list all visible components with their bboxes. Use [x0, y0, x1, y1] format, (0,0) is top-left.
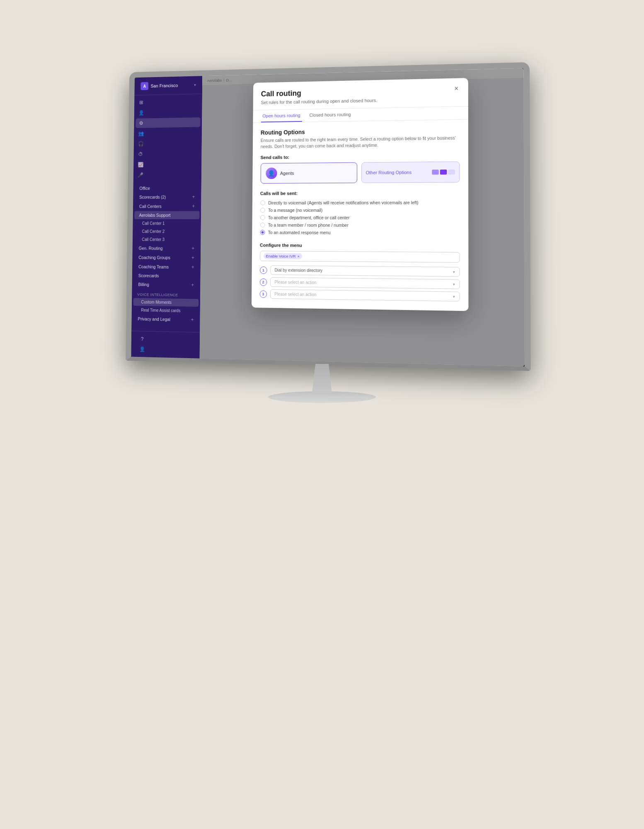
chevron-down-2-icon: ▾	[453, 282, 455, 286]
mini-card-2	[440, 170, 446, 175]
routing-card-agents[interactable]: 👤 Agents	[260, 162, 357, 184]
sidebar-icon-home[interactable]: ⊞	[136, 97, 201, 107]
sidebar: A San Francisco ▾ ⊞ 👤	[131, 76, 202, 358]
user-avatar-icon: 👤	[139, 346, 145, 353]
radio-automated-label: To an automated response menu	[268, 230, 331, 235]
routing-card-other[interactable]: Other Routing Options	[361, 162, 459, 183]
menu-select-1[interactable]: Dial by extension directory ▾	[270, 265, 460, 277]
nav-label-custom-moments: Custom Moments	[138, 300, 172, 305]
org-logo: A	[140, 82, 148, 90]
ivr-tag-remove[interactable]: ×	[298, 255, 300, 259]
sidebar-icon-chart[interactable]: 📈	[135, 159, 200, 170]
menu-select-1-value: Dial by extension directory	[275, 268, 323, 273]
calls-sent-title: Calls will be sent:	[260, 190, 460, 196]
nav-item-callcenters[interactable]: Call Centers +	[135, 202, 200, 211]
nav-plus-gen[interactable]: +	[191, 245, 194, 251]
agents-icon: 👤	[266, 168, 277, 179]
nav-item-privacy[interactable]: Privacy and Legal +	[133, 314, 199, 324]
routing-options-cards: 👤 Agents Other Routing Options	[260, 162, 460, 184]
person-icon: 👤	[138, 109, 144, 116]
nav-item-aerolabs[interactable]: Aerolabs Support	[134, 211, 199, 219]
sidebar-icon-settings[interactable]: ⚙	[136, 117, 200, 128]
nav-plus-ct[interactable]: +	[191, 264, 194, 270]
sidebar-icon-clock[interactable]: ⏱	[135, 149, 200, 159]
nav-item-coaching-teams[interactable]: Coaching Teams +	[134, 262, 199, 271]
sidebar-icon-headset[interactable]: 🎧	[136, 138, 201, 149]
nav-item-user[interactable]: 👤	[134, 344, 196, 355]
configure-title: Configure the menu	[260, 243, 460, 249]
tab-closed-hours[interactable]: Closed hours routing	[307, 109, 352, 122]
radio-voicemail-circle	[260, 201, 265, 206]
nav-item-office[interactable]: Office	[135, 184, 200, 192]
routing-options-desc: Ensure calls are routed to the right tea…	[261, 135, 460, 149]
org-chevron-icon: ▾	[194, 83, 196, 87]
call-routing-modal: Call routing Set rules for the call rout…	[251, 78, 468, 311]
app-container: A San Francisco ▾ ⊞ 👤	[131, 68, 524, 366]
modal-close-button[interactable]: ×	[452, 84, 461, 94]
nav-plus-callcenters[interactable]: +	[192, 204, 195, 209]
nav-item-coaching-groups[interactable]: Coaching Groups +	[134, 253, 199, 262]
chevron-down-3-icon: ▾	[453, 295, 455, 299]
modal-body: Routing Options Ensure calls are routed …	[251, 119, 468, 311]
nav-label-coaching-groups: Coaching Groups	[138, 255, 170, 260]
nav-section-voice: Voice Intelligence	[132, 289, 200, 299]
radio-message-circle	[260, 208, 265, 213]
nav-item-scorecards[interactable]: Scorecards	[134, 271, 199, 280]
menu-number-3: 3	[259, 290, 267, 298]
nav-label-cc1: Call Center 1	[139, 221, 165, 226]
nav-item-custom-moments[interactable]: Custom Moments	[133, 298, 199, 307]
nav-label-cc3: Call Center 3	[139, 237, 165, 242]
nav-item-rta[interactable]: Real Time Assist cards	[133, 306, 199, 315]
nav-label-scorecards2: Scorecards (2)	[139, 194, 166, 199]
org-selector[interactable]: A San Francisco ▾	[138, 79, 199, 92]
configure-section: Configure the menu Enable Voice IVR ×	[259, 243, 460, 302]
nav-item-cc1[interactable]: Call Center 1	[134, 220, 199, 228]
headset-icon: 🎧	[138, 141, 144, 147]
home-icon: ⊞	[138, 99, 144, 106]
radio-message[interactable]: To a message (no voicemail)	[260, 206, 460, 214]
menu-select-2[interactable]: Please select an action ▾	[270, 277, 460, 289]
monitor-neck	[305, 364, 339, 393]
radio-team-member[interactable]: To a team member / room phone / number	[260, 221, 460, 229]
nav-item-help[interactable]: ?	[134, 334, 196, 345]
monitor-screen: A San Francisco ▾ ⊞ 👤	[126, 62, 531, 371]
ivr-tag: Enable Voice IVR ×	[264, 253, 302, 260]
nav-item-cc2[interactable]: Call Center 2	[134, 228, 199, 235]
radio-department[interactable]: To another department, office or call ce…	[260, 214, 459, 221]
nav-plus-privacy[interactable]: +	[191, 317, 194, 322]
org-name: San Francisco	[151, 82, 192, 88]
nav-label-callcenters: Call Centers	[139, 204, 162, 209]
menu-row-1: 1 Dial by extension directory ▾	[260, 265, 460, 277]
modal-header: Call routing Set rules for the call rout…	[253, 78, 468, 110]
radio-team-member-label: To a team member / room phone / number	[268, 223, 349, 228]
radio-voicemail[interactable]: Directly to voicemail (Agents will recei…	[260, 199, 460, 207]
sidebar-icon-mic[interactable]: 🎤	[135, 170, 200, 180]
nav-item-scorecards2[interactable]: Scorecards (2) +	[135, 192, 200, 201]
ivr-tag-label: Enable Voice IVR	[266, 254, 295, 259]
menu-select-3[interactable]: Please select an action ▾	[270, 289, 460, 301]
tab-open-hours[interactable]: Open hours routing	[261, 109, 302, 122]
nav-item-cc3[interactable]: Call Center 3	[134, 235, 199, 243]
menu-row-3: 3 Please select an action ▾	[259, 289, 460, 302]
other-routing-visual	[432, 170, 455, 175]
nav-plus-scorecards[interactable]: +	[192, 194, 195, 200]
mic-icon: 🎤	[137, 172, 143, 179]
nav-plus-billing[interactable]: +	[191, 282, 194, 288]
sidebar-top: A San Francisco ▾	[134, 76, 202, 95]
sidebar-icon-strip: ⊞ 👤 ⚙ 👥 🎧	[133, 94, 202, 182]
nav-plus-cg[interactable]: +	[191, 255, 194, 261]
menu-number-1: 1	[260, 267, 267, 274]
nav-label-office: Office	[139, 186, 150, 191]
radio-automated-circle	[260, 230, 265, 235]
nav-item-billing[interactable]: Billing +	[133, 280, 199, 289]
menu-number-2: 2	[259, 279, 267, 286]
radio-department-label: To another department, office or call ce…	[268, 215, 350, 220]
radio-automated[interactable]: To an automated response menu	[260, 229, 460, 237]
sidebar-icon-team[interactable]: 👥	[136, 128, 201, 138]
menu-select-3-placeholder: Please select an action	[274, 292, 316, 297]
nav-item-gen-routing[interactable]: Gen. Routing +	[134, 244, 199, 253]
nav-label-scorecards: Scorecards	[138, 273, 159, 278]
calls-sent-section: Calls will be sent: Directly to voicemai…	[260, 190, 460, 237]
chart-icon: 📈	[137, 161, 143, 168]
sidebar-icon-person[interactable]: 👤	[136, 107, 200, 118]
